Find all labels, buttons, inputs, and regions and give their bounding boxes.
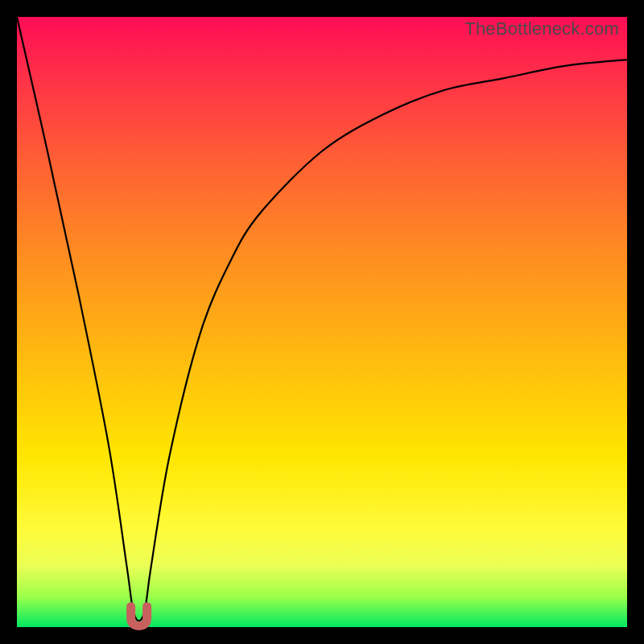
plot-area: TheBottleneck.com [17,17,627,627]
chart-frame: TheBottleneck.com [0,0,644,644]
dip-marker-icon [131,606,147,625]
bottleneck-curve [17,17,627,627]
